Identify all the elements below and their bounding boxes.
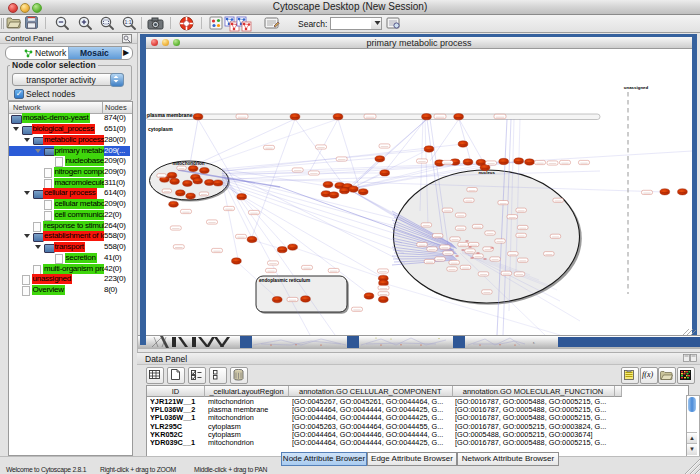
svg-text:endoplasmic reticulum: endoplasmic reticulum (259, 278, 310, 283)
svg-text:cytoplasm: cytoplasm (148, 126, 173, 132)
svg-text:plasma membrane: plasma membrane (147, 112, 193, 118)
svg-text:1:1: 1:1 (125, 19, 132, 25)
svg-text:mitochondrion: mitochondrion (172, 161, 204, 166)
svg-text:unassigned: unassigned (624, 85, 649, 90)
svg-text:r.: r. (533, 340, 535, 345)
